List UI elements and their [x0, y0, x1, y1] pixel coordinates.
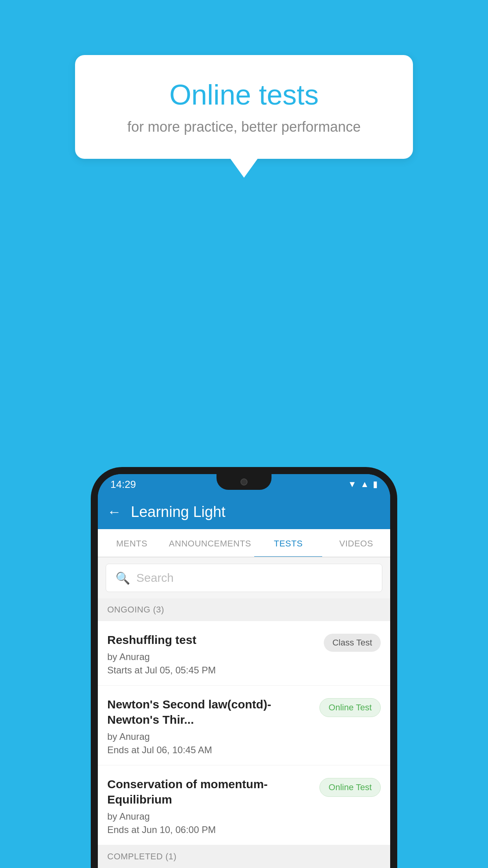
tab-videos[interactable]: VIDEOS — [322, 529, 390, 557]
test-info-2: Newton's Second law(contd)-Newton's Thir… — [107, 697, 313, 756]
search-container: 🔍 Search — [98, 557, 390, 598]
search-icon: 🔍 — [116, 571, 130, 585]
wifi-icon: ▼ — [348, 479, 356, 489]
test-badge-3: Online Test — [319, 778, 381, 797]
test-badge-2: Online Test — [319, 698, 381, 717]
test-info-3: Conservation of momentum-Equilibrium by … — [107, 776, 313, 835]
app-header: ← Learning Light — [98, 495, 390, 529]
phone-notch — [216, 474, 272, 490]
test-list: Reshuffling test by Anurag Starts at Jul… — [98, 621, 390, 845]
tab-announcements[interactable]: ANNOUNCEMENTS — [166, 529, 254, 557]
test-name-1: Reshuffling test — [107, 632, 317, 647]
test-time-1: Starts at Jul 05, 05:45 PM — [107, 665, 317, 676]
camera-dot — [240, 478, 248, 485]
completed-section-header: COMPLETED (1) — [98, 845, 390, 868]
status-time: 14:29 — [110, 478, 136, 491]
app-title: Learning Light — [131, 504, 226, 520]
phone-frame: 14:29 ▼ ▲ ▮ ← Learning Light MENTS ANNOU… — [91, 467, 397, 868]
tabs-container: MENTS ANNOUNCEMENTS TESTS VIDEOS — [98, 529, 390, 557]
speech-bubble: Online tests for more practice, better p… — [75, 55, 413, 159]
test-item-2[interactable]: Newton's Second law(contd)-Newton's Thir… — [98, 686, 390, 765]
search-placeholder: Search — [136, 571, 174, 585]
test-author-3: by Anurag — [107, 811, 313, 822]
test-author-1: by Anurag — [107, 651, 317, 662]
status-icons: ▼ ▲ ▮ — [348, 479, 378, 489]
test-info-1: Reshuffling test by Anurag Starts at Jul… — [107, 632, 317, 676]
test-item-3[interactable]: Conservation of momentum-Equilibrium by … — [98, 765, 390, 845]
phone-frame-container: 14:29 ▼ ▲ ▮ ← Learning Light MENTS ANNOU… — [91, 467, 397, 868]
ongoing-section-header: ONGOING (3) — [98, 598, 390, 621]
completed-section-title: COMPLETED (1) — [107, 851, 176, 861]
ongoing-section-title: ONGOING (3) — [107, 605, 164, 614]
speech-bubble-container: Online tests for more practice, better p… — [75, 55, 413, 159]
speech-bubble-title: Online tests — [106, 79, 382, 111]
test-author-2: by Anurag — [107, 731, 313, 742]
test-badge-1: Class Test — [324, 634, 381, 652]
test-name-3: Conservation of momentum-Equilibrium — [107, 776, 313, 807]
speech-bubble-subtitle: for more practice, better performance — [106, 119, 382, 135]
test-time-2: Ends at Jul 06, 10:45 AM — [107, 745, 313, 756]
test-time-3: Ends at Jun 10, 06:00 PM — [107, 824, 313, 835]
signal-icon: ▲ — [360, 479, 369, 489]
test-name-2: Newton's Second law(contd)-Newton's Thir… — [107, 697, 313, 727]
search-bar[interactable]: 🔍 Search — [106, 564, 382, 592]
battery-icon: ▮ — [373, 479, 378, 489]
test-item-1[interactable]: Reshuffling test by Anurag Starts at Jul… — [98, 621, 390, 686]
back-button[interactable]: ← — [107, 504, 121, 520]
tab-ments[interactable]: MENTS — [98, 529, 166, 557]
tab-tests[interactable]: TESTS — [254, 529, 322, 557]
